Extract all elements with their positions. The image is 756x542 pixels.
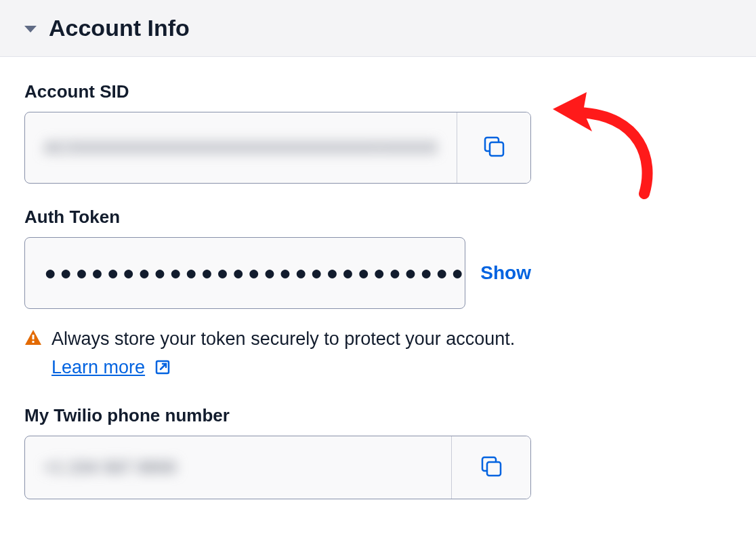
svg-rect-5 [33, 341, 35, 343]
warning-text-prefix: Always store your token securely to prot… [51, 329, 515, 349]
phone-box: +1 234 567 8900 [24, 436, 531, 499]
svg-rect-1 [490, 142, 503, 156]
phone-label: My Twilio phone number [24, 405, 531, 426]
learn-more-link[interactable]: Learn more [51, 357, 145, 377]
auth-token-box: ●●●●●●●●●●●●●●●●●●●●●●●●●●●●●●●● [24, 237, 465, 309]
chevron-down-icon [24, 26, 37, 33]
phone-value[interactable]: +1 234 567 8900 [25, 436, 452, 499]
svg-rect-4 [33, 335, 35, 339]
account-info-header[interactable]: Account Info [0, 0, 756, 57]
copy-icon [482, 136, 506, 160]
auth-token-label: Auth Token [24, 207, 531, 228]
arrow-annotation [539, 79, 661, 201]
header-title: Account Info [49, 15, 190, 41]
phone-row: +1 234 567 8900 [24, 436, 531, 499]
token-warning: Always store your token securely to prot… [24, 325, 531, 382]
auth-token-value[interactable]: ●●●●●●●●●●●●●●●●●●●●●●●●●●●●●●●● [25, 238, 465, 308]
account-sid-row: ACXXXXXXXXXXXXXXXXXXXXXXXXXXXXXXXX [24, 112, 531, 184]
copy-phone-button[interactable] [452, 436, 530, 499]
content: Account SID ACXXXXXXXXXXXXXXXXXXXXXXXXXX… [0, 57, 555, 499]
svg-rect-8 [487, 462, 501, 476]
external-link-icon [154, 359, 171, 375]
show-token-button[interactable]: Show [480, 262, 531, 284]
warning-icon [24, 329, 42, 346]
warning-text: Always store your token securely to prot… [51, 325, 531, 382]
account-sid-value[interactable]: ACXXXXXXXXXXXXXXXXXXXXXXXXXXXXXXXX [25, 112, 457, 183]
copy-account-sid-button[interactable] [457, 112, 530, 183]
account-sid-box: ACXXXXXXXXXXXXXXXXXXXXXXXXXXXXXXXX [24, 112, 531, 184]
copy-icon [479, 455, 503, 480]
account-sid-label: Account SID [24, 81, 531, 102]
auth-token-row: ●●●●●●●●●●●●●●●●●●●●●●●●●●●●●●●● Show [24, 237, 531, 309]
